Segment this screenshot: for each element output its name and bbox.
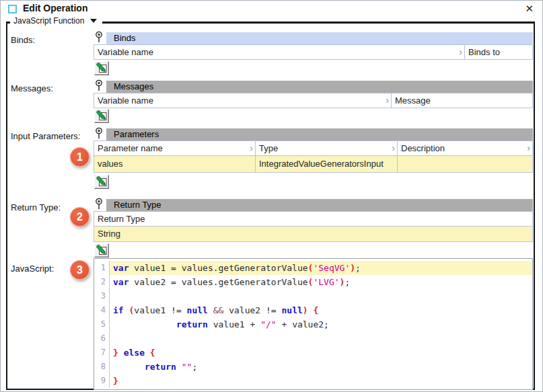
parameter-description-value[interactable] bbox=[398, 156, 532, 172]
annotation-badge-2: 2 bbox=[70, 207, 89, 227]
code-text[interactable]: if (value1 != null && value2 != null) { bbox=[110, 303, 532, 317]
code-line[interactable]: 8 return ""; bbox=[94, 360, 532, 374]
line-number: 8 bbox=[94, 360, 110, 374]
return-type-header-text: Return Type bbox=[114, 200, 161, 210]
code-text[interactable] bbox=[110, 331, 532, 346]
sort-chevron-icon[interactable]: › bbox=[386, 95, 389, 106]
pin-icon bbox=[95, 127, 103, 142]
return-type-col[interactable]: Return Type bbox=[94, 212, 532, 226]
edit-operation-dialog: Edit Operation ✕ JavaScript Function Bin… bbox=[0, 0, 543, 392]
messages-col-message[interactable]: Message bbox=[392, 93, 532, 108]
page-title: Edit Operation bbox=[23, 3, 87, 13]
line-number: 2 bbox=[94, 275, 110, 289]
binds-header-text: Binds bbox=[114, 33, 136, 43]
binds-label: Binds: bbox=[11, 35, 35, 45]
javascript-code-editor[interactable]: 1var value1 = values.getGeneratorValue('… bbox=[94, 258, 533, 390]
code-line[interactable]: 6 bbox=[94, 331, 532, 346]
binds-edit-button[interactable] bbox=[94, 61, 109, 75]
binds-col-variable-name[interactable]: Variable name › bbox=[94, 45, 465, 59]
line-number: 1 bbox=[94, 261, 110, 275]
close-icon[interactable]: ✕ bbox=[525, 3, 534, 15]
return-type-data-row[interactable]: String bbox=[94, 227, 533, 242]
parameter-type-value[interactable]: IntegratedValueGeneratorsInput bbox=[256, 156, 398, 172]
messages-edit-button[interactable] bbox=[94, 109, 109, 123]
sort-chevron-icon[interactable]: › bbox=[459, 46, 462, 57]
code-text[interactable]: var value1 = values.getGeneratorValue('S… bbox=[110, 261, 532, 275]
code-line[interactable]: 7} else { bbox=[94, 346, 532, 360]
parameter-name-value[interactable]: values bbox=[94, 156, 256, 172]
parameters-column-header-row: Parameter name › Type › Description › bbox=[94, 141, 533, 156]
code-line[interactable]: 9} bbox=[94, 374, 532, 388]
code-text[interactable]: return ""; bbox=[110, 360, 532, 374]
binds-section-header[interactable]: Binds bbox=[106, 32, 533, 44]
messages-section-header[interactable]: Messages bbox=[106, 81, 533, 93]
return-type-section-header[interactable]: Return Type bbox=[106, 199, 533, 211]
line-number: 6 bbox=[94, 331, 110, 346]
messages-label: Messages: bbox=[11, 83, 53, 93]
code-text[interactable]: var value2 = values.getGeneratorValue('L… bbox=[110, 275, 532, 289]
edit-pencil-icon bbox=[96, 176, 108, 188]
parameters-edit-button[interactable] bbox=[94, 175, 109, 189]
parameters-col-type[interactable]: Type › bbox=[256, 141, 398, 155]
parameters-col-name[interactable]: Parameter name › bbox=[94, 141, 256, 155]
code-text[interactable] bbox=[110, 289, 532, 303]
line-number: 5 bbox=[94, 317, 110, 331]
pin-icon bbox=[95, 79, 103, 94]
function-type-label: JavaScript Function bbox=[13, 16, 84, 26]
javascript-label: JavaScript: bbox=[11, 264, 54, 274]
code-line[interactable]: 2var value2 = values.getGeneratorValue('… bbox=[94, 275, 532, 289]
edit-pencil-icon bbox=[96, 63, 108, 74]
return-type-value[interactable]: String bbox=[94, 227, 532, 241]
code-text[interactable]: return value1 + "/" + value2; bbox=[110, 317, 532, 331]
return-type-column-header-row: Return Type bbox=[94, 211, 533, 227]
code-line[interactable]: 4if (value1 != null && value2 != null) { bbox=[94, 303, 532, 317]
annotation-badge-1: 1 bbox=[70, 147, 89, 167]
function-type-selector[interactable]: JavaScript Function bbox=[10, 16, 102, 26]
line-number: 4 bbox=[94, 303, 110, 317]
sort-chevron-icon[interactable]: › bbox=[250, 143, 253, 153]
sort-chevron-icon[interactable]: › bbox=[527, 143, 530, 153]
pin-icon bbox=[95, 31, 103, 46]
return-type-label: Return Type: bbox=[11, 202, 61, 212]
line-number: 3 bbox=[94, 289, 110, 303]
binds-col-binds-to[interactable]: Binds to bbox=[465, 45, 532, 59]
edit-pencil-icon bbox=[96, 245, 108, 256]
input-parameters-label: Input Parameters: bbox=[11, 131, 80, 141]
messages-col-variable-name[interactable]: Variable name › bbox=[94, 93, 392, 108]
annotation-badge-3: 3 bbox=[70, 260, 89, 280]
parameters-section-header[interactable]: Parameters bbox=[106, 128, 533, 141]
sort-chevron-icon[interactable]: › bbox=[392, 143, 395, 153]
pin-icon bbox=[95, 198, 103, 212]
line-number: 9 bbox=[94, 374, 110, 388]
window-icon bbox=[8, 5, 17, 13]
code-text[interactable]: } bbox=[110, 374, 532, 388]
messages-header-text: Messages bbox=[114, 81, 153, 91]
dropdown-arrow-icon bbox=[90, 19, 97, 23]
parameters-header-text: Parameters bbox=[114, 129, 159, 139]
parameters-col-description[interactable]: Description › bbox=[398, 141, 532, 155]
binds-column-header-row: Variable name › Binds to bbox=[94, 44, 533, 60]
edit-pencil-icon bbox=[96, 110, 108, 122]
code-text[interactable]: } else { bbox=[110, 346, 532, 360]
line-number: 7 bbox=[94, 346, 110, 360]
code-line[interactable]: 5 return value1 + "/" + value2; bbox=[94, 317, 532, 331]
code-line[interactable]: 1var value1 = values.getGeneratorValue('… bbox=[94, 261, 532, 275]
parameters-data-row[interactable]: values IntegratedValueGeneratorsInput bbox=[94, 156, 533, 173]
messages-column-header-row: Variable name › Message bbox=[94, 93, 533, 108]
return-type-edit-button[interactable] bbox=[94, 243, 109, 258]
code-line[interactable]: 3 bbox=[94, 289, 532, 303]
